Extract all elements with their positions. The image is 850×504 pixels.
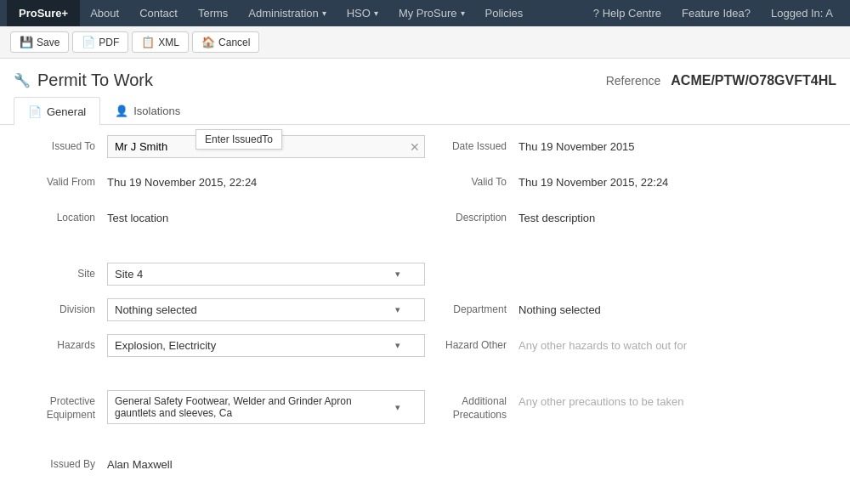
xml-button[interactable]: 📋 XML: [132, 31, 189, 53]
col-division: Division Nothing selected ▾: [14, 298, 425, 326]
col-protective: Protective Equipment General Safety Foot…: [14, 390, 425, 424]
location-label: Location: [14, 207, 107, 224]
issued-by-value: Alan Maxwell: [107, 453, 425, 471]
form-area: Issued To ✕ Date Issued Thu 19 November …: [0, 125, 850, 499]
nav-terms[interactable]: Terms: [188, 0, 238, 26]
nav-contact[interactable]: Contact: [129, 0, 188, 26]
chevron-down-icon: ▾: [374, 8, 378, 18]
col-location: Location Test location: [14, 207, 425, 234]
nav-myprosure[interactable]: My ProSure ▾: [388, 0, 475, 26]
col-hazard-other: Hazard Other Any other hazards to watch …: [425, 334, 836, 361]
help-centre-link[interactable]: ? Help Centre: [583, 7, 672, 20]
site-label: Site: [14, 263, 107, 280]
description-label: Description: [425, 207, 518, 224]
pdf-button[interactable]: 📄 PDF: [72, 31, 128, 53]
col-valid-from: Valid From Thu 19 November 2015, 22:24: [14, 171, 425, 198]
col-issued-by: Issued By Alan Maxwell: [14, 453, 425, 480]
chevron-down-icon: ▾: [395, 340, 400, 351]
col-issued-by-right: [425, 453, 836, 480]
additional-placeholder[interactable]: Any other precautions to be taken: [518, 390, 683, 408]
logged-in-label: Logged In: A: [761, 7, 843, 20]
row-protective: Protective Equipment General Safety Foot…: [14, 390, 836, 424]
brand-logo[interactable]: ProSure+: [7, 0, 80, 26]
pdf-icon: 📄: [82, 36, 95, 48]
issued-to-label: Issued To: [14, 135, 107, 152]
permit-icon: 🔧: [14, 72, 31, 88]
col-department: Department Nothing selected: [425, 298, 836, 326]
clear-issued-to-button[interactable]: ✕: [410, 140, 420, 154]
reference-area: Reference ACME/PTW/O78GVFT4HL: [606, 73, 836, 88]
hazard-other-label: Hazard Other: [425, 334, 518, 351]
col-additional: Additional Precautions Any other precaut…: [425, 390, 836, 422]
division-select[interactable]: Nothing selected ▾: [107, 298, 425, 321]
issued-to-tooltip: Enter IssuedTo: [196, 129, 282, 150]
page-header: 🔧 Permit To Work Reference ACME/PTW/O78G…: [0, 59, 850, 97]
nav-about[interactable]: About: [80, 0, 129, 26]
reference-label: Reference: [606, 74, 661, 88]
valid-from-value: Thu 19 November 2015, 22:24: [107, 171, 425, 189]
nav-administration[interactable]: Administration ▾: [238, 0, 336, 26]
hazards-label: Hazards: [14, 334, 107, 351]
valid-from-label: Valid From: [14, 171, 107, 188]
feature-idea-link[interactable]: Feature Idea?: [672, 7, 761, 20]
save-button[interactable]: 💾 Save: [10, 31, 69, 53]
nav-policies[interactable]: Policies: [475, 0, 534, 26]
row-issued-by: Issued By Alan Maxwell: [14, 453, 836, 480]
tabs: 📄 General 👤 Isolations Enter IssuedTo: [0, 97, 850, 125]
chevron-down-icon: ▾: [322, 8, 326, 18]
toolbar: 💾 Save 📄 PDF 📋 XML 🏠 Cancel: [0, 26, 850, 59]
page-title: Permit To Work: [37, 71, 153, 90]
protective-select[interactable]: General Safety Footwear, Welder and Grin…: [107, 390, 425, 424]
nav-right: ? Help Centre Feature Idea? Logged In: A: [583, 7, 843, 20]
site-select[interactable]: Site 4 ▾: [107, 263, 425, 286]
top-nav: ProSure+ About Contact Terms Administrat…: [0, 0, 850, 26]
division-select-wrap: Nothing selected ▾: [107, 298, 425, 321]
valid-to-label: Valid To: [425, 171, 518, 188]
nav-hso[interactable]: HSO ▾: [337, 0, 388, 26]
cancel-icon: 🏠: [201, 36, 215, 48]
chevron-down-icon: ▾: [395, 269, 400, 280]
row-location: Location Test location Description Test …: [14, 207, 836, 234]
hazards-select-wrap: Explosion, Electricity ▾: [107, 334, 425, 357]
site-select-wrap: Site 4 ▾: [107, 263, 425, 286]
date-issued-label: Date Issued: [425, 135, 518, 152]
col-valid-to: Valid To Thu 19 November 2015, 22:24: [425, 171, 836, 198]
additional-label: Additional Precautions: [425, 390, 518, 422]
location-value: Test location: [107, 207, 425, 224]
hazards-select[interactable]: Explosion, Electricity ▾: [107, 334, 425, 357]
protective-label: Protective Equipment: [14, 390, 107, 422]
row-valid-from: Valid From Thu 19 November 2015, 22:24 V…: [14, 171, 836, 198]
tab-isolations[interactable]: 👤 Isolations: [100, 97, 195, 124]
department-label: Department: [425, 298, 518, 315]
protective-select-wrap: General Safety Footwear, Welder and Grin…: [107, 390, 425, 424]
tab-general[interactable]: 📄 General: [14, 97, 100, 125]
file-icon: 📄: [28, 105, 42, 118]
row-division: Division Nothing selected ▾ Department N…: [14, 298, 836, 326]
row-hazards: Hazards Explosion, Electricity ▾ Hazard …: [14, 334, 836, 361]
description-value: Test description: [518, 207, 836, 224]
chevron-down-icon: ▾: [395, 304, 400, 315]
reference-value: ACME/PTW/O78GVFT4HL: [671, 73, 836, 88]
col-site-right: [425, 263, 836, 290]
hazard-other-placeholder[interactable]: Any other hazards to watch out for: [518, 334, 687, 352]
save-icon: 💾: [20, 36, 33, 48]
row-site: Site Site 4 ▾: [14, 263, 836, 290]
department-value: Nothing selected: [518, 298, 836, 316]
col-site: Site Site 4 ▾: [14, 263, 425, 290]
valid-to-value: Thu 19 November 2015, 22:24: [518, 171, 836, 189]
page-title-area: 🔧 Permit To Work: [14, 71, 153, 90]
col-hazards: Hazards Explosion, Electricity ▾: [14, 334, 425, 361]
issued-by-label: Issued By: [14, 453, 107, 470]
chevron-down-icon: ▾: [461, 8, 465, 18]
user-icon: 👤: [115, 105, 128, 117]
row-issued-to: Issued To ✕ Date Issued Thu 19 November …: [14, 135, 836, 162]
date-issued-value: Thu 19 November 2015: [518, 135, 836, 153]
division-label: Division: [14, 298, 107, 315]
col-date-issued: Date Issued Thu 19 November 2015: [425, 135, 836, 162]
cancel-button[interactable]: 🏠 Cancel: [192, 31, 259, 53]
chevron-down-icon: ▾: [395, 402, 400, 413]
col-description: Description Test description: [425, 207, 836, 234]
xml-icon: 📋: [141, 36, 155, 48]
